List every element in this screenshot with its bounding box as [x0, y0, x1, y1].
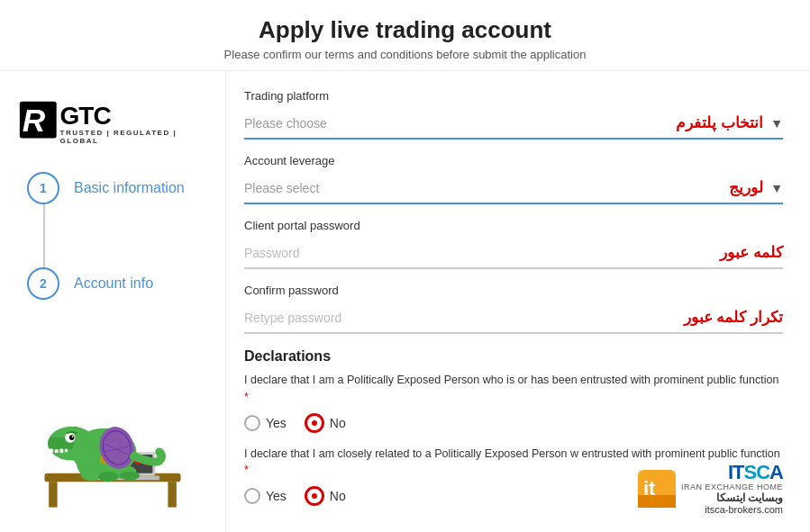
- declaration-1: I declare that I am a Politically Expose…: [244, 372, 783, 433]
- svg-rect-3: [49, 482, 57, 507]
- svg-rect-4: [168, 482, 176, 507]
- declarations-title: Declarations: [244, 348, 783, 365]
- step-2-label: Account info: [74, 275, 153, 292]
- svg-point-27: [81, 469, 102, 481]
- svg-point-12: [69, 435, 75, 440]
- svg-rect-17: [65, 448, 68, 452]
- declaration-1-yes-radio[interactable]: [244, 415, 260, 431]
- password-label: Client portal password: [244, 219, 783, 232]
- password-placeholder: Password: [244, 246, 711, 260]
- declaration-1-no[interactable]: No: [305, 413, 346, 433]
- itsca-domain: itsca-brokers.com: [681, 504, 783, 515]
- account-leverage-label: Account leverage: [244, 154, 783, 167]
- trading-platform-label: Trading platform: [244, 89, 783, 103]
- form-area: Trading platform Please choose انتخاب پل…: [225, 71, 810, 532]
- logo: R GTC TRUSTED | REGULATED | GLOBAL: [18, 98, 207, 145]
- croc-svg: [27, 363, 198, 516]
- confirm-password-placeholder: Retype password: [244, 311, 675, 325]
- password-input[interactable]: Password کلمه عبور: [244, 238, 783, 269]
- itsca-persian-text: وبسایت ایتسکا: [681, 491, 783, 504]
- confirm-password-input[interactable]: Retype password تکرار کلمه عبور: [244, 302, 783, 334]
- itsca-sub: IRAN EXCHANGE HOME: [681, 482, 783, 491]
- svg-rect-32: [638, 495, 676, 508]
- main-layout: R GTC TRUSTED | REGULATED | GLOBAL 1 Bas…: [0, 71, 810, 532]
- step-2: 2 Account info: [27, 267, 207, 300]
- declaration-1-radio-group: Yes No: [244, 413, 783, 433]
- trading-platform-arrow: ▼: [770, 116, 783, 131]
- itsca-brand: ITSCA: [681, 463, 783, 482]
- confirm-password-label: Confirm password: [244, 284, 783, 297]
- page-subtitle: Please confirm our terms and conditions …: [0, 48, 810, 61]
- trading-platform-select[interactable]: Please choose انتخاب پلتفرم ▼: [244, 108, 783, 140]
- logo-tagline: TRUSTED | REGULATED | GLOBAL: [60, 129, 207, 145]
- trading-platform-value: انتخاب پلتفرم: [676, 113, 763, 132]
- page-title: Apply live trading account: [0, 16, 810, 44]
- account-leverage-value: لوریج: [729, 178, 763, 197]
- declaration-2-no[interactable]: No: [305, 486, 346, 506]
- declaration-1-yes[interactable]: Yes: [244, 415, 287, 431]
- password-group: Client portal password Password کلمه عبو…: [244, 219, 783, 269]
- trading-platform-group: Trading platform Please choose انتخاب پل…: [244, 89, 783, 140]
- page-header: Apply live trading account Please confir…: [0, 0, 810, 71]
- declaration-2: I declare that I am closely related to a…: [244, 446, 783, 507]
- confirm-password-value: تکرار کلمه عبور: [684, 308, 783, 327]
- declaration-2-no-radio[interactable]: [305, 486, 324, 506]
- itsca-badge: it ITSCA IRAN EXCHANGE HOME وبسایت ایتسک…: [638, 463, 783, 515]
- step-2-circle: 2: [27, 267, 59, 300]
- crocodile-illustration: [18, 363, 207, 519]
- trading-platform-placeholder: Please choose: [244, 116, 667, 131]
- declaration-1-no-radio[interactable]: [305, 413, 324, 433]
- svg-text:R: R: [23, 103, 46, 138]
- logo-icon: R: [18, 98, 59, 145]
- step-1-circle: 1: [27, 172, 59, 204]
- account-leverage-placeholder: Please select: [244, 181, 720, 195]
- declaration-2-yes[interactable]: Yes: [244, 488, 287, 504]
- declaration-2-yes-radio[interactable]: [244, 488, 260, 504]
- svg-point-28: [98, 472, 119, 482]
- account-leverage-arrow: ▼: [770, 181, 783, 195]
- itsca-icon: it: [638, 470, 676, 508]
- confirm-password-group: Confirm password Retype password تکرار ک…: [244, 284, 783, 334]
- steps-list: 1 Basic information 2 Account info: [18, 172, 207, 300]
- declaration-1-text: I declare that I am a Politically Expose…: [244, 372, 783, 406]
- step-1: 1 Basic information: [27, 172, 207, 204]
- svg-rect-16: [59, 448, 63, 453]
- account-leverage-group: Account leverage Please select لوریج ▼: [244, 154, 783, 204]
- password-value: کلمه عبور: [720, 243, 783, 262]
- svg-point-19: [120, 472, 141, 480]
- account-leverage-select[interactable]: Please select لوریج ▼: [244, 173, 783, 204]
- svg-rect-14: [50, 448, 53, 453]
- step-1-label: Basic information: [74, 180, 185, 196]
- sidebar: R GTC TRUSTED | REGULATED | GLOBAL 1 Bas…: [0, 71, 225, 532]
- svg-rect-15: [55, 449, 59, 453]
- svg-point-13: [72, 436, 74, 437]
- logo-text: GTC: [60, 104, 207, 129]
